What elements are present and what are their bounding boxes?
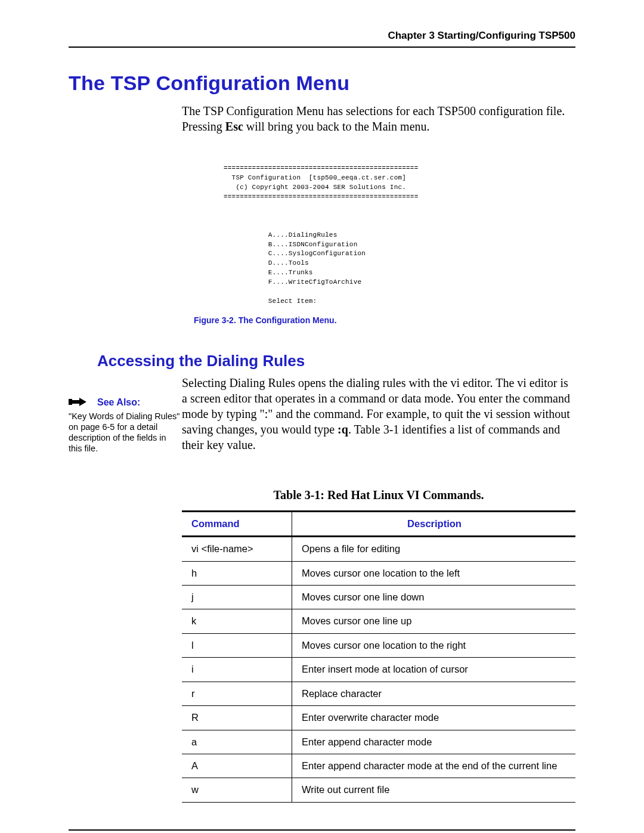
- see-also-body: "Key Words of Dialing Rules" on page 6-5…: [69, 411, 182, 454]
- table-row: wWrite out current file: [182, 778, 575, 802]
- table-row: AEnter append character mode at the end …: [182, 754, 575, 778]
- figure-caption: Figure 3-2. The Configuration Menu.: [194, 315, 575, 325]
- subsection-title: Accessing the Dialing Rules: [97, 352, 575, 370]
- svg-rect-0: [69, 399, 72, 405]
- subsection-paragraph: Selecting Dialing Rules opens the dialin…: [182, 375, 575, 453]
- table-header-description: Description: [292, 512, 576, 537]
- table-row: lMoves cursor one location to the right: [182, 633, 575, 657]
- see-also-label: See Also:: [97, 397, 140, 407]
- page-footer: CPSEE_TSP500 User Guide Version 4.0 Page…: [69, 829, 575, 833]
- pointing-hand-icon: [69, 397, 95, 410]
- table-row: jMoves cursor one line down: [182, 585, 575, 609]
- table-row: aEnter append character mode: [182, 730, 575, 754]
- page-header: Chapter 3 Starting/Configuring TSP500: [69, 30, 575, 48]
- table-row: rReplace character: [182, 682, 575, 705]
- table-caption: Table 3-1: Red Hat Linux VI Commands.: [182, 488, 575, 502]
- para-text: will bring you back to the Main menu.: [243, 120, 430, 133]
- vi-commands-table: Command Description vi <file-name>Opens …: [182, 510, 575, 803]
- para-bold: Esc: [225, 120, 243, 133]
- table-row: REnter overwrite character mode: [182, 706, 575, 730]
- terminal-output: ========================================…: [224, 164, 575, 306]
- table-row: kMoves cursor one line up: [182, 609, 575, 633]
- section-paragraph: The TSP Configuration Menu has selection…: [182, 103, 575, 134]
- table-header-command: Command: [182, 512, 292, 537]
- table-row: vi <file-name>Opens a file for editing: [182, 537, 575, 561]
- see-also-block: See Also: "Key Words of Dialing Rules" o…: [69, 397, 182, 454]
- table-row: iEnter insert mode at location of cursor: [182, 658, 575, 682]
- section-title: The TSP Configuration Menu: [69, 72, 575, 95]
- table-row: hMoves cursor one location to the left: [182, 561, 575, 585]
- para-bold: :q: [338, 423, 348, 436]
